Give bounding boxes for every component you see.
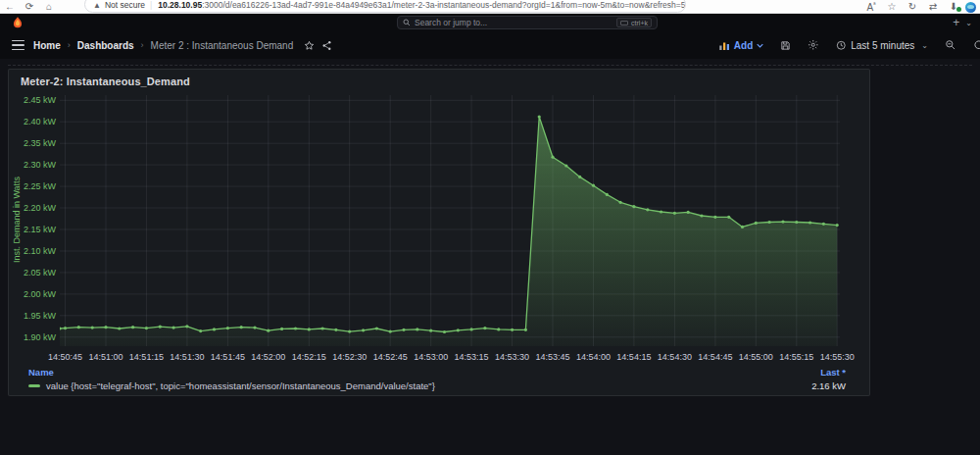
series-point — [64, 327, 67, 329]
series-point — [606, 193, 609, 196]
legend-series-item[interactable]: value {host="telegraf-host", topic="home… — [28, 380, 435, 391]
share-dashboard-icon[interactable] — [321, 40, 332, 51]
series-point — [294, 327, 297, 329]
series-point — [118, 327, 121, 329]
y-tick-label: 2.25 kW — [9, 181, 56, 191]
breadcrumb-home[interactable]: Home — [33, 40, 61, 51]
keyboard-icon — [620, 21, 628, 25]
url-host: 10.28.10.95 — [158, 0, 202, 10]
series-point — [362, 329, 365, 331]
url-text[interactable]: 10.28.10.95:3000/d/ea616226-13ad-4ad7-99… — [158, 0, 686, 10]
series-point — [564, 164, 567, 167]
panel-drop-zone-divider — [8, 65, 972, 66]
url-path: :3000/d/ea616226-13ad-4ad7-991e-84a4949e… — [202, 0, 686, 10]
series-point — [443, 330, 446, 333]
series-point — [375, 327, 378, 329]
series-point — [470, 328, 473, 330]
series-point — [578, 176, 581, 178]
legend-row: value {host="telegraf-host", topic="home… — [28, 380, 846, 391]
menu-hamburger-icon[interactable] — [12, 40, 24, 50]
timeseries-chart[interactable] — [60, 95, 840, 346]
breadcrumb: Home › Dashboards › Meter 2 : Instantane… — [33, 31, 332, 59]
favorite-dashboard-star-icon[interactable] — [304, 40, 315, 51]
breadcrumb-current-dashboard[interactable]: Meter 2 : Instantaneous Demand — [151, 40, 294, 51]
series-point — [199, 329, 202, 332]
favorites-bar-icon[interactable]: ⇄ — [924, 2, 942, 12]
toolbar-right-actions: Add Last 5 minutes ⌄ — [719, 31, 970, 59]
time-range-picker[interactable]: Last 5 minutes ⌄ — [836, 40, 928, 51]
series-point — [808, 221, 811, 224]
x-axis-tick-labels: 14:50:4514:51:0014:51:1514:51:3014:51:45… — [60, 352, 840, 364]
downloads-icon[interactable]: ⬇ — [945, 2, 962, 12]
chevron-down-icon: ⌄ — [921, 41, 928, 50]
legend-last-value: 2.16 kW — [811, 380, 846, 391]
search-input[interactable] — [415, 18, 612, 27]
panel-title[interactable]: Meter-2: Instantaneous_Demand — [21, 76, 190, 87]
legend-last-header[interactable]: Last * — [820, 367, 846, 378]
series-point — [687, 211, 690, 214]
search-shortcut-badge: ctrl+k — [616, 18, 652, 27]
y-tick-label: 2.40 kW — [9, 117, 56, 126]
browser-essentials-icon[interactable]: ↻ — [904, 2, 921, 12]
series-point — [429, 329, 432, 332]
series-point — [619, 201, 622, 204]
search-box[interactable]: ctrl+k — [397, 16, 658, 29]
series-point — [348, 330, 351, 333]
series-point — [402, 329, 405, 331]
series-point — [253, 327, 256, 329]
series-point — [321, 327, 324, 329]
address-divider: | — [150, 0, 152, 10]
edge-browser-icon[interactable] — [965, 2, 976, 13]
browser-address-bar[interactable]: ▲ Not secure | 10.28.10.95:3000/d/ea6162… — [84, 0, 686, 13]
breadcrumb-dashboards[interactable]: Dashboards — [77, 40, 134, 51]
series-point — [334, 329, 337, 331]
series-point — [836, 224, 839, 227]
browser-toolbar: ← ⟳ ⌂ ▲ Not secure | 10.28.10.95:3000/d/… — [0, 0, 980, 14]
series-point — [781, 221, 784, 224]
zoom-out-time-icon[interactable] — [945, 39, 956, 51]
y-tick-label: 1.95 kW — [9, 311, 56, 321]
add-panel-chart-icon — [719, 41, 730, 50]
refresh-dashboard-icon[interactable] — [973, 39, 980, 51]
series-point — [646, 208, 649, 211]
grafana-logo-icon[interactable] — [11, 16, 24, 29]
browser-back-icon[interactable]: ← — [0, 2, 20, 12]
y-tick-label: 2.30 kW — [9, 160, 56, 170]
chevron-down-icon — [757, 43, 763, 48]
y-tick-label: 2.00 kW — [9, 289, 56, 299]
read-aloud-icon[interactable]: Aª — [862, 0, 880, 13]
favorite-star-icon[interactable]: ☆ — [883, 2, 901, 12]
series-point — [768, 221, 771, 224]
series-area-fill — [60, 117, 837, 346]
y-tick-label: 2.10 kW — [9, 246, 56, 256]
series-point — [213, 328, 216, 330]
y-axis-tick-labels: 2.45 kW2.40 kW2.35 kW2.30 kW2.25 kW2.20 … — [9, 95, 56, 346]
series-point — [700, 214, 703, 217]
nav-right-actions: + ⌄ — [953, 14, 972, 31]
browser-reload-icon[interactable]: ⟳ — [20, 2, 39, 12]
chevron-down-icon[interactable]: ⌄ — [965, 19, 972, 27]
legend-series-label[interactable]: value {host="telegraf-host", topic="home… — [46, 380, 435, 391]
series-point — [172, 327, 175, 329]
y-tick-label: 2.15 kW — [9, 225, 56, 234]
series-point — [145, 327, 148, 329]
series-point — [524, 329, 527, 331]
not-secure-warning-icon: ▲ — [93, 1, 101, 10]
chart-plot-area[interactable] — [60, 95, 840, 346]
new-item-button[interactable]: + — [953, 17, 959, 28]
not-secure-label[interactable]: Not secure — [105, 0, 145, 10]
browser-home-icon[interactable]: ⌂ — [39, 2, 59, 12]
legend-name-header[interactable]: Name — [28, 367, 54, 378]
series-point — [240, 326, 243, 329]
series-point — [280, 328, 283, 330]
save-dashboard-icon[interactable] — [780, 40, 791, 51]
series-color-swatch-icon — [28, 384, 40, 387]
series-point — [159, 326, 162, 329]
series-point — [592, 184, 595, 187]
dashboard-settings-gear-icon[interactable] — [808, 39, 819, 51]
add-panel-button[interactable]: Add — [719, 40, 763, 51]
series-point — [511, 329, 514, 331]
dashboard-toolbar: Home › Dashboards › Meter 2 : Instantane… — [0, 31, 980, 59]
timeseries-panel[interactable]: Meter-2: Instantaneous_Demand Inst. Dema… — [8, 69, 870, 396]
x-tick-label: 14:55:30 — [811, 352, 862, 362]
